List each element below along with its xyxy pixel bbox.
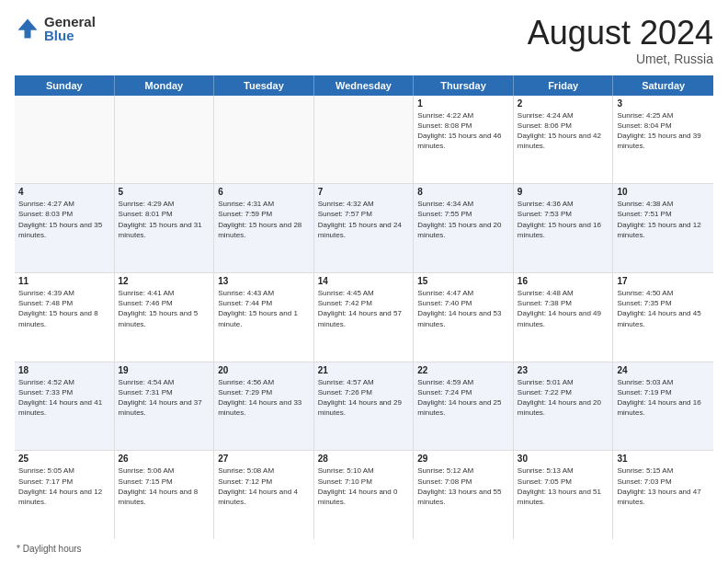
day-cell-11: 11Sunrise: 4:39 AM Sunset: 7:48 PM Dayli… [15, 273, 115, 362]
day-info: Sunrise: 4:56 AM Sunset: 7:29 PM Dayligh… [218, 377, 310, 419]
day-number: 29 [417, 454, 509, 464]
day-info: Sunrise: 4:25 AM Sunset: 8:04 PM Dayligh… [617, 110, 710, 152]
day-number: 14 [318, 276, 410, 286]
day-info: Sunrise: 5:13 AM Sunset: 7:05 PM Dayligh… [518, 465, 609, 507]
day-cell-23: 23Sunrise: 5:01 AM Sunset: 7:22 PM Dayli… [514, 362, 614, 451]
day-cell-31: 31Sunrise: 5:15 AM Sunset: 7:03 PM Dayli… [613, 451, 713, 539]
day-number: 9 [518, 187, 609, 197]
page: General Blue August 2024 Umet, Russia Su… [0, 0, 728, 563]
day-number: 5 [119, 187, 210, 197]
day-number: 28 [318, 454, 410, 464]
day-number: 16 [518, 276, 609, 286]
day-cell-6: 6Sunrise: 4:31 AM Sunset: 7:59 PM Daylig… [214, 184, 314, 272]
day-info: Sunrise: 4:32 AM Sunset: 7:57 PM Dayligh… [318, 199, 410, 240]
day-info: Sunrise: 4:34 AM Sunset: 7:55 PM Dayligh… [417, 199, 509, 240]
day-cell-12: 12Sunrise: 4:41 AM Sunset: 7:46 PM Dayli… [115, 273, 215, 362]
day-number: 2 [518, 98, 609, 109]
day-cell-26: 26Sunrise: 5:06 AM Sunset: 7:15 PM Dayli… [115, 451, 215, 539]
calendar-week-1: 1Sunrise: 4:22 AM Sunset: 8:08 PM Daylig… [15, 96, 713, 185]
day-cell-17: 17Sunrise: 4:50 AM Sunset: 7:35 PM Dayli… [613, 273, 713, 362]
day-info: Sunrise: 5:03 AM Sunset: 7:19 PM Dayligh… [617, 377, 710, 419]
logo-icon [15, 16, 40, 41]
day-info: Sunrise: 5:15 AM Sunset: 7:03 PM Dayligh… [617, 465, 710, 507]
day-number: 12 [119, 276, 210, 286]
day-number: 24 [617, 365, 710, 375]
day-cell-1: 1Sunrise: 4:22 AM Sunset: 8:08 PM Daylig… [414, 96, 514, 184]
day-info: Sunrise: 4:41 AM Sunset: 7:46 PM Dayligh… [119, 288, 210, 329]
day-number: 11 [18, 276, 110, 286]
day-cell-18: 18Sunrise: 4:52 AM Sunset: 7:33 PM Dayli… [15, 362, 115, 451]
day-number: 21 [318, 365, 410, 375]
day-info: Sunrise: 4:59 AM Sunset: 7:24 PM Dayligh… [417, 377, 509, 419]
day-number: 23 [518, 365, 609, 375]
day-header-monday: Monday [115, 75, 215, 96]
day-info: Sunrise: 4:48 AM Sunset: 7:38 PM Dayligh… [518, 288, 609, 329]
empty-cell [115, 96, 215, 184]
day-number: 31 [617, 454, 710, 464]
logo-text: General Blue [44, 15, 96, 42]
day-cell-2: 2Sunrise: 4:24 AM Sunset: 8:06 PM Daylig… [514, 96, 614, 184]
day-cell-16: 16Sunrise: 4:48 AM Sunset: 7:38 PM Dayli… [514, 273, 614, 362]
day-number: 17 [617, 276, 710, 286]
footer-note: * Daylight hours [15, 544, 713, 554]
day-cell-21: 21Sunrise: 4:57 AM Sunset: 7:26 PM Dayli… [314, 362, 415, 451]
header: General Blue August 2024 Umet, Russia [15, 15, 713, 66]
day-cell-19: 19Sunrise: 4:54 AM Sunset: 7:31 PM Dayli… [115, 362, 215, 451]
calendar: SundayMondayTuesdayWednesdayThursdayFrid… [15, 75, 713, 539]
daylight-label: Daylight hours [23, 544, 82, 554]
day-info: Sunrise: 5:10 AM Sunset: 7:10 PM Dayligh… [318, 465, 410, 507]
calendar-header-row: SundayMondayTuesdayWednesdayThursdayFrid… [15, 75, 713, 96]
calendar-body: 1Sunrise: 4:22 AM Sunset: 8:08 PM Daylig… [15, 96, 713, 539]
day-number: 20 [218, 365, 310, 375]
day-number: 8 [417, 187, 509, 197]
day-info: Sunrise: 5:06 AM Sunset: 7:15 PM Dayligh… [119, 465, 210, 507]
day-info: Sunrise: 4:27 AM Sunset: 8:03 PM Dayligh… [18, 199, 110, 240]
day-cell-15: 15Sunrise: 4:47 AM Sunset: 7:40 PM Dayli… [414, 273, 514, 362]
logo-general: General [44, 15, 96, 29]
day-info: Sunrise: 5:08 AM Sunset: 7:12 PM Dayligh… [218, 465, 310, 507]
day-cell-13: 13Sunrise: 4:43 AM Sunset: 7:44 PM Dayli… [214, 273, 314, 362]
day-info: Sunrise: 4:29 AM Sunset: 8:01 PM Dayligh… [119, 199, 210, 240]
day-info: Sunrise: 4:36 AM Sunset: 7:53 PM Dayligh… [518, 199, 609, 240]
day-header-thursday: Thursday [414, 75, 514, 96]
day-header-friday: Friday [514, 75, 614, 96]
day-cell-24: 24Sunrise: 5:03 AM Sunset: 7:19 PM Dayli… [613, 362, 713, 451]
day-cell-9: 9Sunrise: 4:36 AM Sunset: 7:53 PM Daylig… [514, 184, 614, 272]
day-info: Sunrise: 5:01 AM Sunset: 7:22 PM Dayligh… [518, 377, 609, 419]
day-cell-27: 27Sunrise: 5:08 AM Sunset: 7:12 PM Dayli… [214, 451, 314, 539]
day-number: 7 [318, 187, 410, 197]
day-number: 19 [119, 365, 210, 375]
empty-cell [314, 96, 415, 184]
day-info: Sunrise: 4:31 AM Sunset: 7:59 PM Dayligh… [218, 199, 310, 240]
day-info: Sunrise: 4:39 AM Sunset: 7:48 PM Dayligh… [18, 288, 110, 329]
day-number: 25 [18, 454, 110, 464]
day-header-tuesday: Tuesday [214, 75, 314, 96]
title-block: August 2024 Umet, Russia [528, 15, 713, 66]
day-number: 26 [119, 454, 210, 464]
day-cell-20: 20Sunrise: 4:56 AM Sunset: 7:29 PM Dayli… [214, 362, 314, 451]
day-info: Sunrise: 5:12 AM Sunset: 7:08 PM Dayligh… [417, 465, 509, 507]
day-info: Sunrise: 4:43 AM Sunset: 7:44 PM Dayligh… [218, 288, 310, 329]
day-info: Sunrise: 4:47 AM Sunset: 7:40 PM Dayligh… [417, 288, 509, 329]
day-cell-29: 29Sunrise: 5:12 AM Sunset: 7:08 PM Dayli… [414, 451, 514, 539]
day-number: 13 [218, 276, 310, 286]
month-title: August 2024 [528, 15, 713, 52]
day-number: 15 [417, 276, 509, 286]
svg-marker-0 [18, 19, 38, 39]
day-number: 4 [18, 187, 110, 197]
day-info: Sunrise: 4:38 AM Sunset: 7:51 PM Dayligh… [617, 199, 710, 240]
day-cell-8: 8Sunrise: 4:34 AM Sunset: 7:55 PM Daylig… [414, 184, 514, 272]
day-number: 1 [417, 98, 509, 109]
day-header-sunday: Sunday [15, 75, 115, 96]
day-cell-30: 30Sunrise: 5:13 AM Sunset: 7:05 PM Dayli… [514, 451, 614, 539]
calendar-week-3: 11Sunrise: 4:39 AM Sunset: 7:48 PM Dayli… [15, 273, 713, 362]
day-cell-10: 10Sunrise: 4:38 AM Sunset: 7:51 PM Dayli… [613, 184, 713, 272]
day-number: 6 [218, 187, 310, 197]
day-cell-28: 28Sunrise: 5:10 AM Sunset: 7:10 PM Dayli… [314, 451, 415, 539]
empty-cell [214, 96, 314, 184]
day-header-wednesday: Wednesday [314, 75, 415, 96]
day-info: Sunrise: 5:05 AM Sunset: 7:17 PM Dayligh… [18, 465, 110, 507]
day-info: Sunrise: 4:22 AM Sunset: 8:08 PM Dayligh… [417, 110, 509, 152]
day-number: 10 [617, 187, 710, 197]
location: Umet, Russia [528, 52, 713, 66]
